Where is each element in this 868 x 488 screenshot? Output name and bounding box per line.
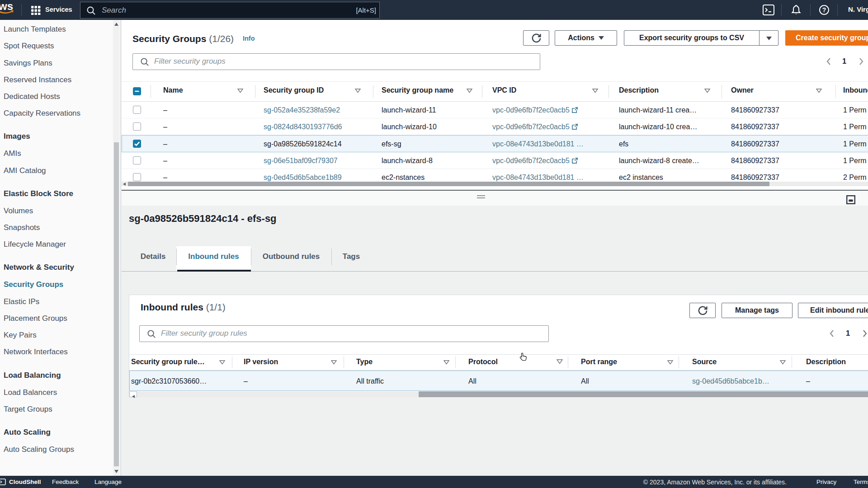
svg-text:?: ? — [822, 6, 826, 14]
